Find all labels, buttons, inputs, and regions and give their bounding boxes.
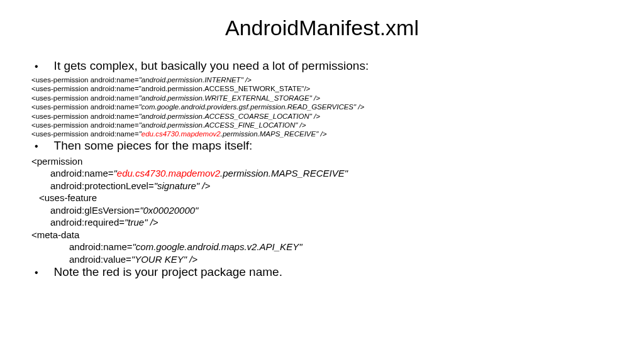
maps-permission-level: android:protectionLevel="signature" /> bbox=[50, 180, 613, 192]
permission-line-4: <uses-permission android:name="com.googl… bbox=[31, 102, 613, 111]
permission-line-5: <uses-permission android:name="android.p… bbox=[31, 112, 613, 121]
bullet-text: Then some pieces for the maps itself: bbox=[54, 139, 253, 153]
maps-required: android:required="true" /> bbox=[50, 216, 613, 229]
permission-line-2: <uses-permission android:name="android.p… bbox=[31, 84, 613, 93]
bullet-permissions-intro: • It gets complex, but basically you nee… bbox=[31, 59, 613, 74]
bullet-marker-icon: • bbox=[35, 139, 38, 154]
bullet-maps-intro: • Then some pieces for the maps itself: bbox=[31, 139, 613, 154]
permission-line-6: <uses-permission android:name="android.p… bbox=[31, 121, 613, 129]
bullet-text: Note the red is your project package nam… bbox=[54, 265, 282, 279]
maps-permission-name: android:name="edu.cs4730.mapdemov2.permi… bbox=[50, 167, 613, 180]
maps-gles-version: android:glEsVersion="0x00020000" bbox=[50, 204, 613, 217]
permission-line-3: <uses-permission android:name="android.p… bbox=[31, 94, 613, 102]
slide-title: AndroidManifest.xml bbox=[31, 16, 613, 40]
maps-permission-open: <permission bbox=[31, 155, 613, 168]
maps-uses-feature-open: <uses-feature bbox=[39, 192, 613, 204]
permission-line-7: <uses-permission android:name="edu.cs473… bbox=[31, 129, 613, 138]
bullet-text: It gets complex, but basically you need … bbox=[54, 59, 369, 73]
bullet-marker-icon: • bbox=[35, 59, 38, 74]
permission-line-1: <uses-permission android:name="android.p… bbox=[31, 75, 613, 84]
bullet-marker-icon: • bbox=[35, 265, 38, 280]
maps-meta-data-open: <meta-data bbox=[31, 229, 613, 241]
maps-api-key-value: android:value="YOUR KEY" /> bbox=[69, 253, 613, 266]
bullet-note-red: • Note the red is your project package n… bbox=[31, 265, 613, 280]
maps-api-key-name: android:name="com.google.android.maps.v2… bbox=[69, 241, 613, 253]
